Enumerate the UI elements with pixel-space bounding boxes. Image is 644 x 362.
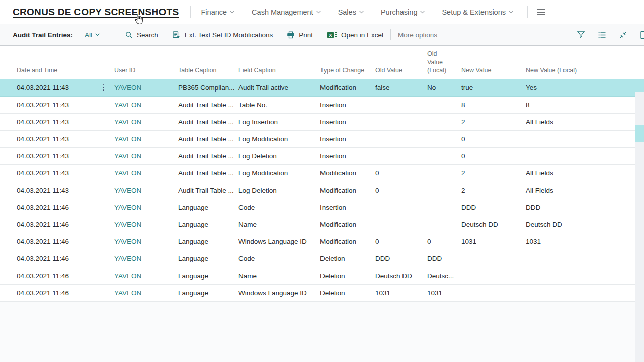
cell-date[interactable]: 04.03.2021 11:43: [13, 131, 97, 147]
cell-date[interactable]: 04.03.2021 11:43: [13, 114, 97, 130]
cell-new-value-local[interactable]: [522, 267, 644, 284]
cell-table-caption[interactable]: Language: [174, 250, 234, 267]
cell-old-value[interactable]: [371, 216, 423, 233]
column-header-new-value[interactable]: New Value: [457, 66, 522, 79]
table-row[interactable]: 04.03.2021 11:46YAVEONLanguageCodeInsert…: [0, 199, 644, 216]
choose-columns-button[interactable]: [598, 32, 606, 38]
cell-table-caption[interactable]: PB365 Complian...: [174, 79, 234, 96]
cell-field-caption[interactable]: Log Modification: [234, 165, 316, 182]
cell-user-id[interactable]: YAVEON: [110, 233, 174, 250]
cell-old-value-local[interactable]: [423, 199, 457, 216]
filter-dropdown[interactable]: All: [85, 31, 100, 39]
cell-user-id[interactable]: YAVEON: [110, 285, 174, 301]
table-row[interactable]: 04.03.2021 11:43YAVEONAudit Trail Table …: [0, 97, 644, 114]
cell-type-of-change[interactable]: Deletion: [316, 285, 371, 301]
column-header-user-id[interactable]: User ID: [110, 66, 174, 79]
filter-pane-button[interactable]: [577, 31, 585, 38]
cell-type-of-change[interactable]: Modification: [316, 182, 371, 199]
cell-date[interactable]: 04.03.2021 11:43: [13, 97, 97, 113]
cell-new-value-local[interactable]: [522, 285, 644, 301]
cell-old-value-local[interactable]: [423, 148, 457, 164]
scrollbar-track[interactable]: [635, 92, 644, 362]
cell-type-of-change[interactable]: Insertion: [316, 199, 371, 216]
cell-new-value-local[interactable]: Yes: [522, 79, 644, 96]
nav-item-cash-management[interactable]: Cash Management: [252, 8, 321, 16]
cell-type-of-change[interactable]: Modification: [316, 216, 371, 233]
cell-table-caption[interactable]: Language: [174, 199, 234, 216]
nav-item-setup-extensions[interactable]: Setup & Extensions: [442, 8, 513, 16]
cell-old-value-local[interactable]: [423, 182, 457, 199]
cell-date[interactable]: 04.03.2021 11:46: [13, 216, 97, 233]
cell-new-value-local[interactable]: DDD: [522, 199, 644, 216]
cell-user-id[interactable]: YAVEON: [110, 131, 174, 147]
cell-new-value-local[interactable]: Deutsch DD: [522, 216, 644, 233]
cell-old-value[interactable]: 1031: [371, 285, 423, 301]
nav-item-finance[interactable]: Finance: [201, 8, 235, 16]
hamburger-menu-button[interactable]: [536, 9, 546, 16]
cell-new-value-local[interactable]: All Fields: [522, 165, 644, 182]
cell-table-caption[interactable]: Audit Trail Table ...: [174, 182, 234, 199]
cell-old-value-local[interactable]: [423, 114, 457, 130]
cell-user-id[interactable]: YAVEON: [110, 148, 174, 164]
cell-user-id[interactable]: YAVEON: [110, 79, 174, 96]
cell-type-of-change[interactable]: Modification: [316, 165, 371, 182]
cell-user-id[interactable]: YAVEON: [110, 199, 174, 216]
cell-new-value[interactable]: [457, 285, 522, 301]
cell-new-value-local[interactable]: All Fields: [522, 182, 644, 199]
table-row[interactable]: 04.03.2021 11:43YAVEONAudit Trail Table …: [0, 182, 644, 199]
cell-field-caption[interactable]: Audit Trail active: [234, 79, 316, 96]
cell-user-id[interactable]: YAVEON: [110, 114, 174, 130]
cell-date[interactable]: 04.03.2021 11:43: [13, 148, 97, 164]
cell-old-value-local[interactable]: 0: [423, 233, 457, 250]
table-row[interactable]: 04.03.2021 11:46YAVEONLanguageWindows La…: [0, 285, 644, 302]
cell-type-of-change[interactable]: Insertion: [316, 131, 371, 147]
table-row[interactable]: 04.03.2021 11:43YAVEONAudit Trail Table …: [0, 165, 644, 182]
column-header-type-of-change[interactable]: Type of Change: [316, 66, 371, 79]
cell-new-value-local[interactable]: [522, 131, 644, 147]
cell-old-value-local[interactable]: [423, 216, 457, 233]
collapse-button[interactable]: [619, 31, 627, 39]
cell-new-value[interactable]: [457, 267, 522, 284]
cell-table-caption[interactable]: Language: [174, 216, 234, 233]
cell-field-caption[interactable]: Code: [234, 199, 316, 216]
open-in-excel-button[interactable]: X Open in Excel: [320, 24, 390, 45]
cell-new-value[interactable]: true: [457, 79, 522, 96]
cell-user-id[interactable]: YAVEON: [110, 97, 174, 113]
cell-table-caption[interactable]: Audit Trail Table ...: [174, 97, 234, 113]
cell-table-caption[interactable]: Audit Trail Table ...: [174, 114, 234, 130]
cell-date[interactable]: 04.03.2021 11:43: [13, 79, 97, 96]
column-header-old-value-local[interactable]: Old Value (Local): [423, 50, 450, 79]
table-row[interactable]: 04.03.2021 11:43⋮YAVEONPB365 Complian...…: [0, 79, 644, 97]
cell-date[interactable]: 04.03.2021 11:43: [13, 165, 97, 182]
table-row[interactable]: 04.03.2021 11:46YAVEONLanguageWindows La…: [0, 233, 644, 250]
cell-old-value[interactable]: Deutsch DD: [371, 267, 423, 284]
cell-old-value-local[interactable]: DDD: [423, 250, 457, 267]
column-header-table-caption[interactable]: Table Caption: [174, 66, 234, 79]
table-row[interactable]: 04.03.2021 11:46YAVEONLanguageNameModifi…: [0, 216, 644, 233]
cell-new-value[interactable]: [457, 250, 522, 267]
cell-new-value[interactable]: 0: [457, 148, 522, 164]
cell-user-id[interactable]: YAVEON: [110, 165, 174, 182]
cell-new-value[interactable]: 2: [457, 114, 522, 130]
cell-old-value[interactable]: [371, 148, 423, 164]
cell-date[interactable]: 04.03.2021 11:46: [13, 250, 97, 267]
cell-old-value[interactable]: 0: [371, 165, 423, 182]
cell-table-caption[interactable]: Language: [174, 233, 234, 250]
cell-new-value[interactable]: Deutsch DD: [457, 216, 522, 233]
notes-pane-button[interactable]: [640, 31, 644, 39]
more-options-button[interactable]: More options: [391, 24, 444, 45]
cell-user-id[interactable]: YAVEON: [110, 216, 174, 233]
cell-old-value[interactable]: 0: [371, 182, 423, 199]
cell-new-value[interactable]: DDD: [457, 199, 522, 216]
table-row[interactable]: 04.03.2021 11:46YAVEONLanguageNameDeleti…: [0, 267, 644, 285]
company-name-link[interactable]: CRONUS DE COPY SCREENSHOTS: [13, 7, 179, 18]
cell-new-value-local[interactable]: 8: [522, 97, 644, 113]
cell-new-value[interactable]: 2: [457, 182, 522, 199]
row-context-menu[interactable]: ⋮: [97, 79, 110, 96]
cell-user-id[interactable]: YAVEON: [110, 250, 174, 267]
cell-type-of-change[interactable]: Insertion: [316, 148, 371, 164]
cell-old-value[interactable]: [371, 199, 423, 216]
cell-old-value[interactable]: [371, 131, 423, 147]
cell-old-value[interactable]: DDD: [371, 250, 423, 267]
column-header-new-value-local[interactable]: New Value (Local): [522, 66, 644, 79]
